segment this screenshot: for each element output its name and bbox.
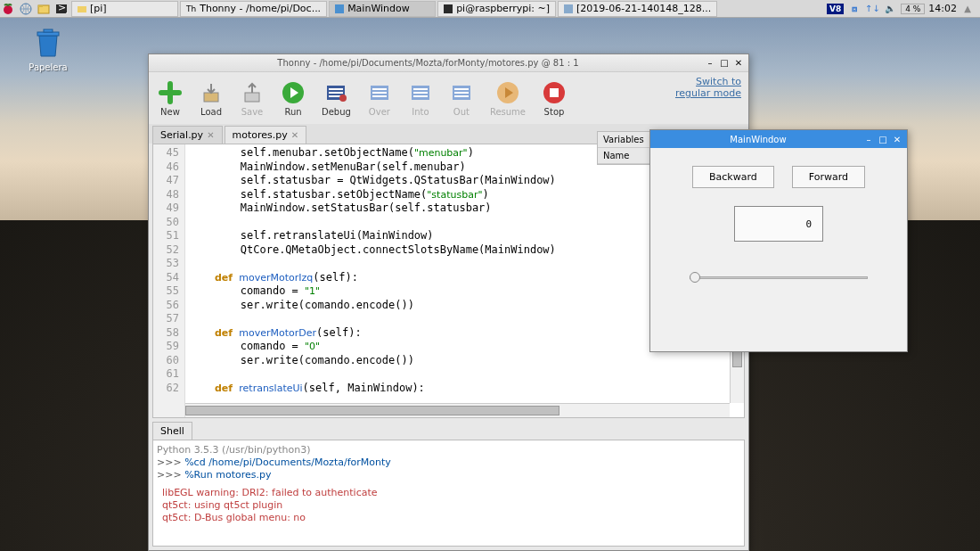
close-tab-icon[interactable]: ✕ [291, 130, 298, 140]
variables-title: Variables [598, 132, 649, 148]
close-tab-icon[interactable]: ✕ [207, 130, 214, 140]
svg-rect-29 [454, 88, 469, 90]
qt-titlebar[interactable]: MainWindow – □ ✕ [650, 130, 907, 148]
network-icon[interactable]: ↑↓ [865, 2, 879, 16]
save-button[interactable]: Save [240, 80, 265, 117]
line-gutter: 45 46 47 48 49 50 51 52 53 54 55 56 57 5… [153, 144, 185, 417]
svg-rect-34 [550, 88, 559, 97]
globe-icon[interactable] [18, 1, 34, 17]
taskbar-label: [2019-06-21-140148_128... [576, 3, 711, 14]
svg-rect-30 [454, 92, 469, 94]
svg-point-0 [4, 5, 12, 14]
minimize-button[interactable]: – [862, 133, 875, 145]
run-button[interactable]: Run [281, 80, 306, 117]
resume-button[interactable]: Resume [490, 80, 526, 117]
svg-rect-7 [335, 4, 344, 13]
svg-rect-8 [444, 4, 453, 13]
clock[interactable]: 14:02 [928, 3, 957, 14]
close-button[interactable]: ✕ [891, 133, 903, 145]
svg-rect-11 [44, 29, 53, 32]
qt-mainwindow: MainWindow – □ ✕ Backward Forward 0 [649, 129, 908, 352]
taskbar-item-thonny[interactable]: ThThonny - /home/pi/Doc... [180, 1, 327, 17]
svg-rect-10 [37, 32, 59, 36]
stop-button[interactable]: Stop [542, 80, 567, 117]
maximize-button[interactable]: □ [877, 133, 889, 145]
taskbar-item-filemanager[interactable]: [pi] [71, 1, 178, 17]
bluetooth-icon[interactable]: ⧈ [847, 2, 862, 16]
tab-motores[interactable]: motores.py✕ [225, 126, 307, 144]
filemanager-icon[interactable] [36, 1, 52, 17]
load-button[interactable]: Load [199, 80, 224, 117]
switch-mode-link[interactable]: Switch toregular mode [675, 76, 741, 99]
taskbar-label: Thonny - /home/pi/Doc... [200, 3, 321, 14]
svg-text:>_: >_ [58, 3, 68, 13]
into-button[interactable]: Into [408, 80, 433, 117]
shell-content[interactable]: Python 3.5.3 (/usr/bin/python3) >>> %cd … [152, 440, 745, 547]
svg-rect-17 [329, 92, 343, 94]
svg-rect-16 [329, 88, 343, 90]
svg-rect-27 [413, 95, 428, 97]
battery-indicator[interactable]: 4 % [901, 4, 925, 14]
svg-rect-6 [78, 6, 86, 12]
trash-icon[interactable]: Papelera [21, 25, 75, 72]
shell-tab[interactable]: Shell [152, 422, 192, 440]
variables-panel: Variables Name [597, 131, 650, 165]
svg-rect-21 [372, 88, 387, 90]
new-button[interactable]: New [158, 80, 183, 117]
slider-handle[interactable] [690, 272, 700, 283]
svg-rect-23 [372, 95, 387, 97]
minimize-button[interactable]: – [704, 57, 716, 70]
trash-label: Papelera [21, 62, 75, 72]
svg-rect-9 [564, 4, 573, 13]
svg-rect-31 [454, 95, 469, 97]
taskbar: >_ [pi] ThThonny - /home/pi/Doc... MainW… [0, 0, 980, 18]
svg-point-19 [339, 95, 347, 102]
backward-button[interactable]: Backward [692, 166, 774, 188]
svg-rect-22 [372, 92, 387, 94]
scrollbar-horizontal[interactable] [185, 403, 730, 417]
variables-col-name: Name [598, 148, 649, 164]
close-button[interactable]: ✕ [732, 57, 745, 70]
shell-panel: Shell Python 3.5.3 (/usr/bin/python3) >>… [152, 422, 745, 547]
out-button[interactable]: Out [449, 80, 474, 117]
svg-rect-13 [245, 93, 259, 102]
debug-button[interactable]: Debug [322, 80, 351, 117]
window-title: Thonny - /home/pi/Documents/Mozta/forMon… [152, 58, 704, 68]
terminal-icon[interactable]: >_ [53, 1, 69, 17]
tab-serial[interactable]: Serial.py✕ [152, 126, 223, 144]
vnc-badge[interactable]: V8 [827, 4, 844, 14]
lcd-display: 0 [734, 206, 823, 242]
over-button[interactable]: Over [367, 80, 392, 117]
titlebar[interactable]: Thonny - /home/pi/Documents/Mozta/forMon… [149, 54, 748, 72]
volume-icon[interactable]: 🔈 [883, 2, 897, 16]
svg-rect-12 [204, 93, 218, 102]
forward-button[interactable]: Forward [792, 166, 865, 188]
toolbar: New Load Save Run Debug Over Into Out Re… [149, 72, 748, 124]
qt-window-title: MainWindow [654, 135, 862, 144]
taskbar-label: pi@raspberrypi: ~] [456, 3, 550, 14]
svg-rect-3 [38, 5, 43, 7]
eject-icon[interactable]: ▲ [960, 2, 975, 16]
taskbar-label: MainWindow [347, 3, 410, 14]
taskbar-item-image[interactable]: [2019-06-21-140148_128... [558, 1, 717, 17]
slider[interactable] [690, 268, 868, 286]
maximize-button[interactable]: □ [718, 57, 731, 70]
taskbar-label: [pi] [90, 3, 107, 14]
taskbar-item-mainwindow[interactable]: MainWindow [329, 1, 436, 17]
raspberry-menu-icon[interactable] [0, 1, 16, 17]
svg-rect-26 [413, 92, 428, 94]
taskbar-item-terminal[interactable]: pi@raspberrypi: ~] [437, 1, 556, 17]
svg-rect-25 [413, 88, 428, 90]
